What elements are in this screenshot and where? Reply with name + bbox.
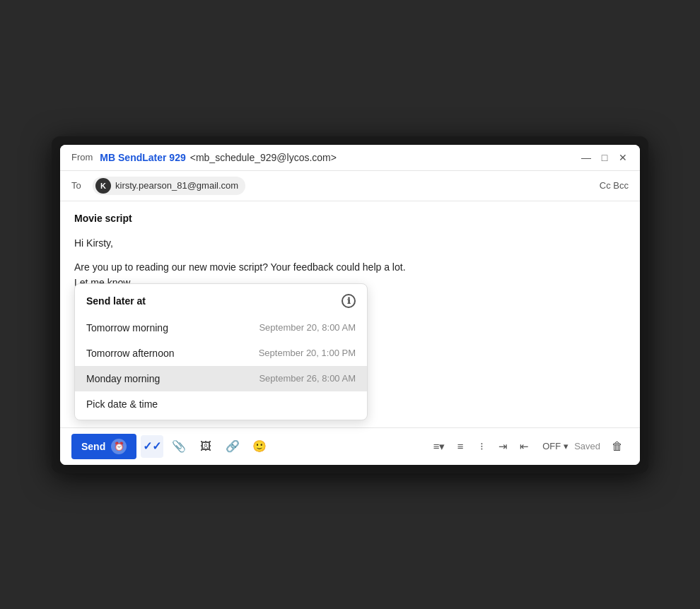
- off-toggle[interactable]: OFF ▾: [542, 441, 568, 451]
- send-later-panel: Send later at ℹ Tomorrow morning Septemb…: [74, 283, 368, 420]
- attachment-icon[interactable]: 📎: [168, 435, 190, 458]
- trash-icon[interactable]: 🗑: [606, 435, 629, 458]
- body-text-1: Are you up to reading our new movie scri…: [74, 261, 406, 273]
- title-bar: From MB SendLater 929 <mb_schedule_929@l…: [60, 145, 640, 171]
- minimize-button[interactable]: —: [581, 152, 592, 163]
- emoji-icon[interactable]: 🙂: [248, 435, 271, 458]
- check-button[interactable]: ✓✓: [141, 435, 163, 458]
- time-option-tomorrow-morning[interactable]: Tomorrow morning September 20, 8:00 AM: [75, 315, 367, 341]
- close-button[interactable]: ✕: [617, 152, 629, 163]
- maximize-button[interactable]: □: [599, 152, 610, 163]
- email-subject: Movie script: [74, 213, 626, 224]
- option-label-1: Tomorrow afternoon: [86, 348, 175, 359]
- link-icon[interactable]: 🔗: [221, 435, 244, 458]
- unordered-list-button[interactable]: ⁝: [472, 437, 491, 456]
- greeting: Hi Kirsty,: [74, 235, 626, 251]
- recipient-avatar: K: [95, 178, 111, 194]
- time-option-tomorrow-afternoon[interactable]: Tomorrow afternoon September 20, 1:00 PM: [75, 341, 367, 366]
- pick-datetime-option[interactable]: Pick date & time: [75, 391, 367, 420]
- option-date-2: September 26, 8:00 AM: [259, 373, 356, 384]
- sender-email: <mb_schedule_929@lycos.com>: [190, 152, 337, 163]
- send-button[interactable]: Send ⏰: [71, 434, 136, 459]
- time-option-monday-morning[interactable]: Monday morning September 26, 8:00 AM: [75, 366, 367, 391]
- window-controls: — □ ✕: [581, 152, 629, 163]
- recipient-chip[interactable]: K kirsty.pearson_81@gmail.com: [93, 177, 245, 195]
- compose-window: From MB SendLater 929 <mb_schedule_929@l…: [60, 145, 640, 465]
- ordered-list-button[interactable]: ≡: [450, 437, 470, 456]
- indent-button[interactable]: ⇥: [493, 437, 513, 456]
- outdent-button[interactable]: ⇤: [514, 437, 534, 456]
- to-label: To: [71, 180, 86, 191]
- info-icon[interactable]: ℹ: [342, 294, 356, 308]
- to-row: To K kirsty.pearson_81@gmail.com Cc Bcc: [60, 171, 640, 201]
- send-clock-icon: ⏰: [111, 439, 127, 454]
- align-button[interactable]: ≡▾: [429, 437, 449, 456]
- option-label-2: Monday morning: [86, 373, 160, 384]
- from-label: From: [71, 152, 93, 162]
- image-icon[interactable]: 🖼: [194, 435, 217, 458]
- send-label: Send: [81, 441, 105, 452]
- toolbar: Send ⏰ ✓✓ 📎 🖼 🔗 🙂 ≡▾ ≡ ⁝ ⇥ ⇤ OFF ▾: [60, 427, 640, 465]
- recipient-email: kirsty.pearson_81@gmail.com: [115, 180, 238, 191]
- saved-text: Saved: [574, 441, 600, 451]
- cc-bcc-button[interactable]: Cc Bcc: [600, 180, 629, 191]
- sender-name: MB SendLater 929: [100, 152, 185, 163]
- send-later-title: Send later at: [86, 295, 146, 307]
- off-label: OFF: [542, 441, 561, 451]
- chevron-down-icon: ▾: [564, 441, 568, 451]
- window-shadow: From MB SendLater 929 <mb_schedule_929@l…: [52, 136, 648, 473]
- option-label-0: Tomorrow morning: [86, 322, 168, 333]
- option-date-0: September 20, 8:00 AM: [259, 322, 356, 333]
- email-body: Movie script Hi Kirsty, Are you up to re…: [60, 201, 640, 427]
- option-date-1: September 20, 1:00 PM: [259, 348, 356, 358]
- format-group: ≡▾ ≡ ⁝ ⇥ ⇤: [429, 437, 534, 456]
- send-later-header: Send later at ℹ: [75, 284, 367, 315]
- toolbar-right: ≡▾ ≡ ⁝ ⇥ ⇤ OFF ▾ Saved 🗑: [429, 435, 629, 458]
